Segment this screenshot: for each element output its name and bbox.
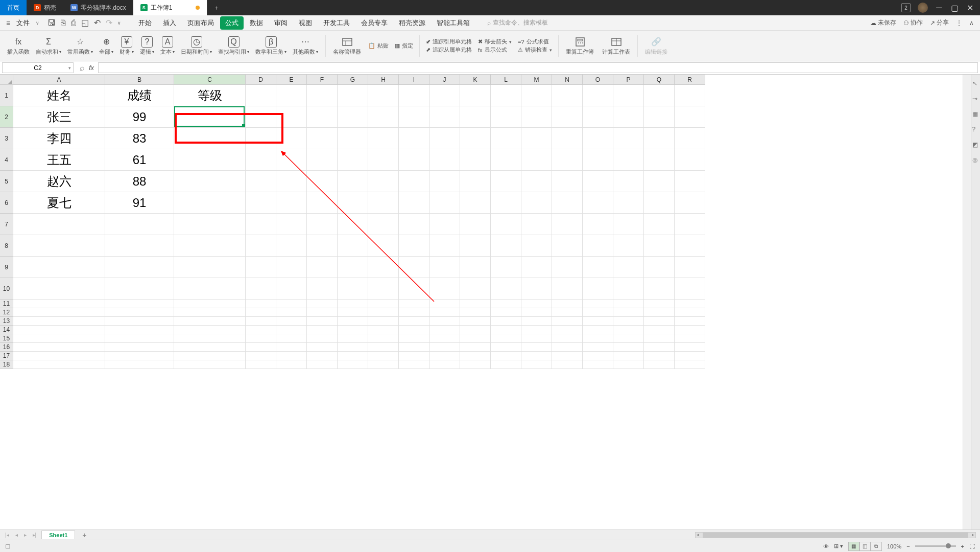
cell-C6[interactable] bbox=[174, 192, 246, 214]
cell-I13[interactable] bbox=[399, 317, 429, 326]
table-icon[interactable]: ▦ bbox=[972, 110, 979, 118]
cell-A3[interactable]: 李四 bbox=[13, 128, 105, 149]
cell-O3[interactable] bbox=[583, 128, 613, 149]
cell-L7[interactable] bbox=[491, 214, 521, 235]
cell-P7[interactable] bbox=[613, 214, 644, 235]
cell-N11[interactable] bbox=[552, 300, 583, 308]
cell-K17[interactable] bbox=[460, 352, 491, 360]
cell-R4[interactable] bbox=[675, 149, 705, 171]
cell-I15[interactable] bbox=[399, 334, 429, 343]
evaluate-formula-button[interactable]: =?公式求值 bbox=[518, 38, 552, 45]
cell-G13[interactable] bbox=[338, 317, 368, 326]
qat-more-icon[interactable]: ∨ bbox=[117, 20, 121, 26]
cell-P8[interactable] bbox=[613, 235, 644, 257]
cell-B18[interactable] bbox=[105, 360, 174, 369]
cell-G18[interactable] bbox=[338, 360, 368, 369]
cell-I1[interactable] bbox=[399, 85, 429, 106]
ribbon-其他函数[interactable]: ⋯其他函数▾ bbox=[290, 36, 321, 56]
cell-D9[interactable] bbox=[246, 257, 276, 278]
col-header-G[interactable]: G bbox=[338, 75, 368, 85]
cell-G4[interactable] bbox=[338, 149, 368, 171]
cell-J10[interactable] bbox=[429, 278, 460, 300]
cell-D18[interactable] bbox=[246, 360, 276, 369]
cell-L3[interactable] bbox=[491, 128, 521, 149]
cell-P6[interactable] bbox=[613, 192, 644, 214]
cell-H14[interactable] bbox=[368, 326, 399, 334]
cell-B3[interactable]: 83 bbox=[105, 128, 174, 149]
cell-R15[interactable] bbox=[675, 334, 705, 343]
sheet-nav-first[interactable]: |◂ bbox=[4, 532, 10, 538]
menu-tab-开始[interactable]: 开始 bbox=[133, 16, 157, 30]
cell-H1[interactable] bbox=[368, 85, 399, 106]
cell-N14[interactable] bbox=[552, 326, 583, 334]
cell-B10[interactable] bbox=[105, 278, 174, 300]
save-as-icon[interactable]: ⎘ bbox=[61, 18, 66, 28]
cell-B8[interactable] bbox=[105, 235, 174, 257]
ribbon-逻辑[interactable]: ?逻辑▾ bbox=[137, 36, 157, 56]
cell-D17[interactable] bbox=[246, 352, 276, 360]
cell-F16[interactable] bbox=[307, 343, 338, 352]
cell-B15[interactable] bbox=[105, 334, 174, 343]
cell-K18[interactable] bbox=[460, 360, 491, 369]
cell-D14[interactable] bbox=[246, 326, 276, 334]
cell-H4[interactable] bbox=[368, 149, 399, 171]
cell-N15[interactable] bbox=[552, 334, 583, 343]
cell-F4[interactable] bbox=[307, 149, 338, 171]
cell-C11[interactable] bbox=[174, 300, 246, 308]
cell-M16[interactable] bbox=[521, 343, 552, 352]
cell-H13[interactable] bbox=[368, 317, 399, 326]
cell-G3[interactable] bbox=[338, 128, 368, 149]
ribbon-自动求和[interactable]: Σ自动求和▾ bbox=[33, 36, 64, 56]
ribbon-财务[interactable]: ¥财务▾ bbox=[116, 36, 137, 56]
row-header-6[interactable]: 6 bbox=[0, 192, 13, 214]
cell-I16[interactable] bbox=[399, 343, 429, 352]
cell-P9[interactable] bbox=[613, 257, 644, 278]
row-header-12[interactable]: 12 bbox=[0, 308, 13, 317]
cell-Q18[interactable] bbox=[644, 360, 675, 369]
search-fn-icon[interactable]: ⌕ bbox=[80, 63, 85, 73]
col-header-P[interactable]: P bbox=[613, 75, 644, 85]
cell-Q8[interactable] bbox=[644, 235, 675, 257]
cell-M13[interactable] bbox=[521, 317, 552, 326]
cell-K13[interactable] bbox=[460, 317, 491, 326]
col-header-Q[interactable]: Q bbox=[644, 75, 675, 85]
cell-P1[interactable] bbox=[613, 85, 644, 106]
cell-O10[interactable] bbox=[583, 278, 613, 300]
cell-O4[interactable] bbox=[583, 149, 613, 171]
cell-C8[interactable] bbox=[174, 235, 246, 257]
cell-M4[interactable] bbox=[521, 149, 552, 171]
cell-F9[interactable] bbox=[307, 257, 338, 278]
cell-O2[interactable] bbox=[583, 106, 613, 128]
cell-Q10[interactable] bbox=[644, 278, 675, 300]
cell-I3[interactable] bbox=[399, 128, 429, 149]
cell-H11[interactable] bbox=[368, 300, 399, 308]
cell-R18[interactable] bbox=[675, 360, 705, 369]
cell-L5[interactable] bbox=[491, 171, 521, 192]
tab-add[interactable]: ＋ bbox=[207, 0, 226, 15]
sheet-nav-last[interactable]: ▸| bbox=[32, 532, 38, 538]
cell-A18[interactable] bbox=[13, 360, 105, 369]
cell-J6[interactable] bbox=[429, 192, 460, 214]
cell-R7[interactable] bbox=[675, 214, 705, 235]
cell-J17[interactable] bbox=[429, 352, 460, 360]
cell-H9[interactable] bbox=[368, 257, 399, 278]
more-menu-icon[interactable]: ⋮ bbox=[956, 19, 962, 27]
cell-B4[interactable]: 61 bbox=[105, 149, 174, 171]
cell-E15[interactable] bbox=[276, 334, 307, 343]
cell-A15[interactable] bbox=[13, 334, 105, 343]
menu-tab-智能工具箱[interactable]: 智能工具箱 bbox=[432, 16, 475, 30]
cell-F17[interactable] bbox=[307, 352, 338, 360]
grid-icon[interactable]: ⊞ ▾ bbox=[834, 543, 843, 549]
cell-Q9[interactable] bbox=[644, 257, 675, 278]
cell-P13[interactable] bbox=[613, 317, 644, 326]
cell-N4[interactable] bbox=[552, 149, 583, 171]
cell-H8[interactable] bbox=[368, 235, 399, 257]
cell-O7[interactable] bbox=[583, 214, 613, 235]
cell-L4[interactable] bbox=[491, 149, 521, 171]
cell-B14[interactable] bbox=[105, 326, 174, 334]
col-header-K[interactable]: K bbox=[460, 75, 491, 85]
cell-N9[interactable] bbox=[552, 257, 583, 278]
cell-O11[interactable] bbox=[583, 300, 613, 308]
paste-button[interactable]: 📋粘贴 bbox=[368, 42, 389, 50]
cell-C13[interactable] bbox=[174, 317, 246, 326]
